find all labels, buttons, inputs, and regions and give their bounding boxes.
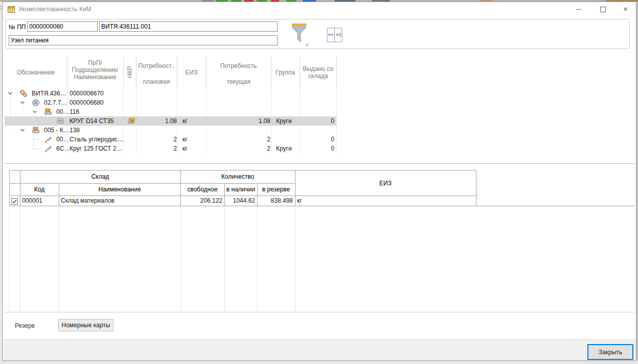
column-header-designation[interactable]: Обозначение — [5, 69, 67, 76]
background-window-bottom-edge — [0, 360, 638, 364]
tree-designation: 00… — [56, 108, 69, 115]
tree-row[interactable]: 02.7.7… 0000006680 — [5, 98, 336, 107]
tree-designation: 005 - К… — [44, 127, 70, 134]
tab-reserve[interactable]: Резерв — [15, 322, 35, 329]
filter-dropdown-arrow-icon — [305, 43, 308, 46]
maximize-button[interactable] — [591, 2, 614, 16]
tree-planned: 1.08 — [131, 117, 177, 125]
tree-current: 2 — [224, 136, 270, 143]
material-icon — [44, 144, 52, 153]
warehouse-code: 000001 — [22, 197, 42, 204]
column-header-svobodnoe[interactable]: свободное — [180, 186, 224, 193]
minimize-button[interactable] — [567, 2, 590, 16]
column-header-kod[interactable]: Код — [20, 186, 59, 193]
tree-name: 0000006670 — [70, 90, 104, 97]
tree-designation: 6С… — [56, 145, 70, 152]
tree-current: 2 — [224, 145, 270, 152]
tree-row[interactable]: ВИТЯ.436… 0000006670 — [5, 89, 336, 98]
warehouse-name: Склад материалов — [61, 197, 115, 204]
group-header-kolichestvo[interactable]: Количество — [180, 173, 295, 180]
operation-icon — [32, 126, 40, 134]
column-header-nkr[interactable]: НКР — [126, 66, 133, 79]
tree-eiz: кг — [183, 145, 188, 152]
minimize-icon — [576, 9, 581, 10]
tree-eiz: кг — [183, 136, 188, 143]
tree-row[interactable]: 005 - К… 138 — [5, 126, 336, 135]
tree-designation: ВИТЯ.436… — [32, 90, 66, 97]
footer-bar: Закрыть — [3, 339, 636, 360]
group-header-eiz[interactable]: ЕИЗ — [295, 180, 476, 187]
pp-label: № ПП — [9, 23, 26, 31]
tree-row[interactable]: 00… Сталь углеродис… 2 кг 2 0 — [5, 135, 336, 144]
screen: ▷ Укомплектованность КиМ ✕ № ПП — [0, 0, 638, 364]
tree-planned: 2 — [131, 136, 177, 143]
tab-number-cards[interactable]: Номерные карты — [58, 319, 113, 331]
gears-icon — [19, 89, 28, 98]
column-header-naimenovanie[interactable]: Наименование — [59, 186, 180, 193]
tree-current: 1.08 — [224, 117, 270, 125]
tree-row[interactable]: 6С… Круг 125 ГОСТ 2… 2 кг 2 Круги 0 — [5, 144, 336, 153]
tree-issued: 0 — [288, 136, 334, 143]
tree-issued: 0 — [288, 145, 334, 152]
column-header-current[interactable]: Потребность — [206, 62, 271, 69]
flange-icon — [32, 99, 40, 107]
tree-name: КРУГ D14 СТ35 — [70, 117, 113, 125]
checkmark-icon — [12, 199, 17, 204]
tree-designation: 02.7.7… — [44, 99, 67, 106]
column-header-v-rezerve[interactable]: в резерве — [257, 186, 295, 193]
tree-name: 116 — [70, 108, 79, 115]
column-width-icon — [327, 28, 343, 43]
tree-name: 138 — [70, 127, 80, 134]
column-header-current2: текущая — [206, 78, 271, 85]
app-icon — [8, 6, 15, 13]
warehouse-eiz: кг — [297, 197, 302, 204]
dialog-window: Укомплектованность КиМ ✕ № ПП — [2, 2, 636, 361]
close-dialog-button[interactable]: Закрыть — [587, 344, 633, 360]
material-icon — [44, 135, 52, 143]
warehouse-row-checkbox[interactable] — [11, 198, 18, 205]
column-header-eiz[interactable]: ЕИЗ — [177, 69, 206, 76]
fit-columns-button[interactable] — [327, 28, 343, 43]
column-header-prp[interactable]: ПрП/ Подразделение/ Наименование — [67, 59, 123, 81]
close-icon: ✕ — [623, 6, 628, 13]
chevron-down-icon[interactable] — [32, 109, 37, 114]
tree-row[interactable]: 00… 116 — [5, 107, 336, 116]
machine-icon — [56, 117, 64, 125]
filter-button[interactable] — [289, 22, 311, 47]
group-header-sklad[interactable]: Склад — [20, 173, 180, 180]
title-bar[interactable]: Укомплектованность КиМ ✕ — [3, 2, 636, 16]
designation-input[interactable] — [99, 21, 278, 32]
tree-row-selected[interactable]: КРУГ D14 СТ35 w 1.08 кг 1.08 Круги 0 — [5, 116, 336, 126]
tree-name: Круг 125 ГОСТ 2… — [70, 145, 122, 152]
pp-input[interactable] — [27, 21, 98, 32]
chevron-down-icon[interactable] — [20, 128, 25, 133]
chevron-down-icon[interactable] — [8, 91, 13, 96]
column-header-v-nalichii[interactable]: в наличии — [224, 186, 257, 193]
maximize-icon — [600, 7, 606, 12]
warehouse-reserve: 838.498 — [258, 197, 293, 204]
tree-name: 0000006680 — [70, 99, 104, 106]
chevron-down-icon[interactable] — [20, 100, 25, 105]
splitter[interactable] — [5, 163, 635, 164]
column-header-planned2: плановая — [136, 78, 177, 85]
operation-icon — [44, 108, 52, 116]
tree-eiz: кг — [183, 117, 188, 125]
warehouse-avail: 1044.62 — [225, 197, 255, 204]
filter-funnel-icon — [290, 22, 309, 44]
name-input[interactable] — [9, 35, 278, 45]
column-header-planned[interactable]: Потребност.. — [136, 62, 177, 69]
tree-planned: 2 — [131, 145, 177, 152]
warehouse-free: 206.122 — [181, 197, 222, 204]
window-title: Укомплектованность КиМ — [18, 6, 92, 13]
tree-designation: 00… — [56, 136, 69, 143]
close-button[interactable]: ✕ — [614, 2, 637, 16]
table-bottom-border — [5, 312, 635, 312]
tree-name: Сталь углеродис… — [70, 136, 124, 143]
column-header-group[interactable]: Группа — [271, 69, 300, 76]
column-header-issued[interactable]: Выдано со склада — [300, 65, 336, 80]
tree-issued: 0 — [288, 117, 334, 125]
